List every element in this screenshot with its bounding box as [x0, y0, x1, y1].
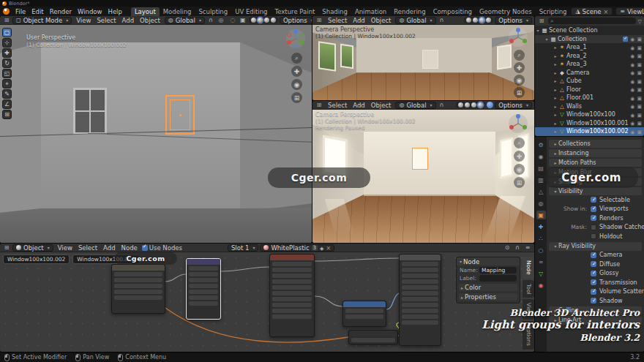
- eye-icon[interactable]: [630, 78, 634, 85]
- outliner-row[interactable]: ▸ Walls: [535, 102, 644, 111]
- object-data-tab[interactable]: ▽: [536, 269, 546, 278]
- zoom-icon[interactable]: ⌕: [291, 53, 302, 64]
- workspace-tab[interactable]: Layout: [131, 7, 160, 16]
- material-shading-icon[interactable]: [479, 18, 484, 23]
- add-cube-icon[interactable]: ⊞: [2, 110, 12, 119]
- property-row[interactable]: ▸ Instancing: [549, 149, 642, 158]
- render-visibility-icon[interactable]: [637, 35, 642, 42]
- node-socket-row[interactable]: [114, 284, 162, 288]
- perspective-icon[interactable]: ⊞: [291, 92, 302, 103]
- property-row[interactable]: Volume Scatter: [547, 287, 644, 297]
- eye-icon[interactable]: [630, 69, 634, 76]
- render-visibility-icon[interactable]: [637, 78, 642, 85]
- sidebar-tab[interactable]: Tool: [523, 280, 534, 298]
- node-socket-row[interactable]: [272, 309, 312, 313]
- editor-type-icon[interactable]: [2, 17, 11, 23]
- header-menu-item[interactable]: Add: [350, 17, 367, 24]
- node-socket-row[interactable]: [272, 274, 312, 278]
- shader-node[interactable]: [186, 258, 221, 320]
- property-checkbox[interactable]: [591, 279, 596, 285]
- shader-type-selector[interactable]: Object: [12, 244, 53, 252]
- object-tab[interactable]: ▣: [536, 211, 546, 219]
- wireframe-shading-icon[interactable]: [466, 18, 471, 23]
- material-shading-icon[interactable]: [471, 102, 476, 108]
- viewport-render-canvas[interactable]: Camera Perspective (1) Collection | Wind…: [312, 110, 534, 243]
- pan-icon[interactable]: ✚: [291, 66, 302, 77]
- node-socket-row[interactable]: [402, 320, 438, 325]
- pan-icon[interactable]: ✚: [514, 151, 525, 162]
- node-header[interactable]: [270, 254, 314, 260]
- node-socket-row[interactable]: [351, 338, 395, 342]
- pan-icon[interactable]: ✚: [514, 62, 525, 73]
- sidebar-tab[interactable]: View: [523, 299, 534, 320]
- overlays-icon[interactable]: [228, 17, 237, 23]
- disclosure-icon[interactable]: ▸: [553, 78, 558, 83]
- node-socket-row[interactable]: [402, 262, 438, 266]
- property-row[interactable]: Glossy: [547, 269, 644, 279]
- fake-user-shield-icon[interactable]: [320, 244, 323, 252]
- property-checkbox[interactable]: [591, 197, 596, 203]
- header-menu-item[interactable]: View: [73, 17, 94, 24]
- scale-icon[interactable]: ◱: [2, 69, 12, 78]
- node-socket-row[interactable]: [189, 266, 218, 271]
- outliner-root-row[interactable]: ▾ Scene Collection: [535, 26, 644, 35]
- proportional-edit-icon[interactable]: [217, 17, 225, 23]
- disclosure-icon[interactable]: ▸: [553, 70, 558, 75]
- material-shading-icon[interactable]: [264, 18, 269, 23]
- solid-shading-icon[interactable]: [465, 102, 470, 108]
- property-checkbox[interactable]: [591, 271, 596, 276]
- zoom-icon[interactable]: ⌕: [514, 50, 525, 61]
- view-layer-tab[interactable]: ▥: [536, 176, 546, 184]
- options-dropdown[interactable]: Options: [495, 17, 532, 24]
- xray-icon[interactable]: [239, 17, 247, 23]
- rotate-icon[interactable]: ↻: [2, 59, 12, 68]
- node-socket-row[interactable]: [114, 295, 162, 300]
- breadcrumb-pill[interactable]: Window100x100.002: [3, 254, 70, 264]
- property-row[interactable]: ▸ Shading: [549, 178, 642, 186]
- node-socket-row[interactable]: [402, 314, 438, 319]
- filter-icon[interactable]: [638, 18, 642, 25]
- header-menu-item[interactable]: Object: [137, 17, 163, 24]
- render-visibility-icon[interactable]: [637, 61, 642, 68]
- viewport-3d-canvas[interactable]: User Perspective (1) Collection | Window…: [0, 25, 312, 243]
- disclosure-icon[interactable]: ▸: [553, 87, 558, 92]
- node-socket-row[interactable]: [272, 262, 312, 266]
- color-section[interactable]: ▸ Color: [459, 284, 517, 291]
- property-row[interactable]: ▸ Motion Paths: [549, 159, 642, 167]
- disclosure-icon[interactable]: ▸: [553, 104, 558, 109]
- property-checkbox[interactable]: [591, 215, 596, 221]
- render-play-button[interactable]: [487, 102, 493, 108]
- property-row[interactable]: Renders: [547, 214, 644, 223]
- node-socket-row[interactable]: [402, 297, 438, 301]
- tool-tab[interactable]: ⚙: [536, 140, 546, 149]
- header-menu-item[interactable]: View: [55, 244, 75, 252]
- node-socket-row[interactable]: [345, 309, 383, 313]
- editor-type-icon[interactable]: [315, 17, 323, 23]
- snap-magnet-icon[interactable]: [206, 17, 215, 23]
- perspective-icon[interactable]: ⊞: [514, 87, 525, 98]
- physics-tab[interactable]: ○: [536, 246, 546, 254]
- node-socket-row[interactable]: [189, 295, 218, 300]
- measure-icon[interactable]: ∠: [2, 99, 12, 109]
- annotate-icon[interactable]: ✎: [2, 89, 12, 99]
- disclosure-icon[interactable]: ▾: [544, 37, 550, 42]
- blender-menu-icon[interactable]: [3, 8, 10, 15]
- transform-orientation[interactable]: Global: [395, 17, 435, 24]
- node-socket-row[interactable]: [402, 309, 438, 313]
- workspace-tab[interactable]: Shading: [318, 7, 351, 16]
- property-checkbox[interactable]: [591, 206, 596, 212]
- property-row[interactable]: Shadow: [547, 296, 644, 306]
- navigation-gizmo[interactable]: [285, 29, 306, 49]
- outliner-row[interactable]: ▸ Floor.001: [535, 94, 644, 102]
- rendered-shading-icon[interactable]: [478, 102, 483, 108]
- outliner-row[interactable]: ▸ Area_2: [535, 52, 644, 61]
- rendered-shading-icon[interactable]: [271, 18, 276, 23]
- node-name-field[interactable]: Mapping: [479, 267, 517, 274]
- header-menu-item[interactable]: Select: [75, 244, 100, 252]
- property-row[interactable]: Camera: [547, 251, 644, 260]
- material-slot-selector[interactable]: Slot 1: [228, 244, 258, 252]
- disclosure-icon[interactable]: ▸: [553, 45, 558, 50]
- node-socket-row[interactable]: [402, 279, 438, 284]
- render-visibility-icon[interactable]: [637, 111, 642, 118]
- options-dropdown[interactable]: Options: [280, 17, 312, 24]
